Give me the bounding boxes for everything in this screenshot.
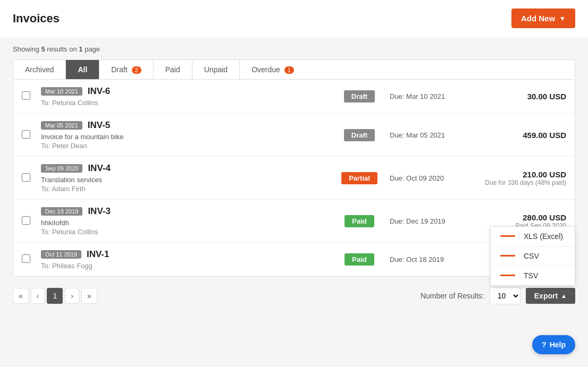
date-badge-inv3: Dec 19 2019 xyxy=(41,207,82,216)
amount-inv4: 210.00 USD xyxy=(481,170,566,179)
tab-unpaid[interactable]: Unpaid xyxy=(192,60,240,79)
tab-overdue[interactable]: Overdue 1 xyxy=(240,60,306,79)
invoice-to-inv5: To: Peter Dean xyxy=(41,142,329,150)
results-select[interactable]: 10 25 50 xyxy=(490,287,520,304)
row-checkbox-inv1[interactable] xyxy=(22,254,30,263)
invoice-to-inv3: To: Petunia Collins xyxy=(41,228,329,236)
due-date-inv3: Due: Dec 19 2019 xyxy=(390,217,475,225)
prev-page-button[interactable]: ‹ xyxy=(31,288,45,304)
results-info: Showing 5 results on 1 page xyxy=(13,45,575,53)
due-date-inv4: Due: Oct 09 2020 xyxy=(390,174,475,182)
tab-all[interactable]: All xyxy=(66,60,99,79)
invoice-number-inv1[interactable]: INV-1 xyxy=(87,249,110,260)
results-label: Number of Results: xyxy=(421,292,484,300)
date-badge-inv4: Sep 09 2020 xyxy=(41,164,82,173)
invoice-to-inv6: To: Petunia Collins xyxy=(41,99,329,107)
due-date-inv5: Due: Mar 05 2021 xyxy=(390,131,475,139)
table-row: Mar 05 2021 INV-5 Invoice for a mountain… xyxy=(13,114,575,157)
due-date-inv6: Due: Mar 10 2021 xyxy=(390,92,475,100)
last-page-button[interactable]: » xyxy=(81,288,97,304)
page-title: Invoices xyxy=(13,12,60,25)
tabs-row: Archived All Draft 2 Paid Unpaid Overdue… xyxy=(13,59,575,80)
date-badge-inv5: Mar 05 2021 xyxy=(41,121,82,130)
csv-arrow-icon xyxy=(500,255,515,257)
export-csv-option[interactable]: CSV xyxy=(491,246,575,266)
status-badge-inv3: Paid xyxy=(345,215,374,227)
row-checkbox-inv4[interactable] xyxy=(22,173,30,182)
add-new-button[interactable]: Add New ▼ xyxy=(511,8,575,28)
invoice-number-inv5[interactable]: INV-5 xyxy=(88,120,111,131)
export-area: Number of Results: 10 25 50 Export ▲ XLS… xyxy=(421,287,575,304)
tab-paid[interactable]: Paid xyxy=(154,60,192,79)
add-new-label: Add New xyxy=(521,14,555,23)
row-checkbox-inv6[interactable] xyxy=(22,91,30,100)
date-badge-inv6: Mar 10 2021 xyxy=(41,87,82,96)
invoice-number-inv4[interactable]: INV-4 xyxy=(88,163,111,174)
first-page-button[interactable]: « xyxy=(13,288,29,304)
tab-draft[interactable]: Draft 2 xyxy=(99,60,153,79)
tsv-label: TSV xyxy=(524,271,538,280)
export-xls-option[interactable]: XLS (Excel) xyxy=(491,227,575,246)
overdue-badge: 1 xyxy=(284,66,294,74)
invoice-to-inv4: To: Adam Firth xyxy=(41,185,329,193)
status-badge-inv5: Draft xyxy=(344,129,375,141)
export-label: Export xyxy=(534,292,558,300)
tsv-arrow-icon xyxy=(500,275,515,276)
invoice-number-inv6[interactable]: INV-6 xyxy=(88,86,111,97)
row-checkbox-inv3[interactable] xyxy=(22,216,30,225)
status-badge-inv4: Partial xyxy=(341,172,377,184)
xls-arrow-icon xyxy=(500,235,515,237)
draft-badge: 2 xyxy=(132,66,141,74)
amount-inv6: 30.00 USD xyxy=(481,92,566,101)
tab-archived[interactable]: Archived xyxy=(13,60,66,79)
next-page-button[interactable]: › xyxy=(65,288,79,304)
amount-sub-inv4: Due for 336 days (48% paid) xyxy=(481,179,566,186)
amount-inv5: 459.00 USD xyxy=(481,131,566,140)
invoice-description-inv3: hhkiIofdh xyxy=(41,219,329,227)
invoice-number-inv3[interactable]: INV-3 xyxy=(88,206,111,217)
table-row: Sep 09 2020 INV-4 Translation services T… xyxy=(13,157,575,200)
date-badge-inv1: Oct 11 2019 xyxy=(41,250,81,259)
table-row: Mar 10 2021 INV-6 To: Petunia Collins Dr… xyxy=(13,80,575,114)
chevron-up-icon: ▲ xyxy=(561,293,567,299)
chevron-down-icon: ▼ xyxy=(559,15,566,22)
invoice-description-inv4: Translation services xyxy=(41,176,329,184)
export-button[interactable]: Export ▲ xyxy=(526,288,575,304)
amount-inv3: 280.00 USD xyxy=(481,213,566,222)
invoice-description-inv5: Invoice for a mountain bike xyxy=(41,133,329,141)
pagination: « ‹ 1 › » xyxy=(13,288,97,304)
due-date-inv1: Due: Oct 18 2019 xyxy=(390,255,475,263)
current-page-button[interactable]: 1 xyxy=(47,288,63,304)
csv-label: CSV xyxy=(524,252,539,260)
status-badge-inv6: Draft xyxy=(344,90,375,103)
export-dropdown: XLS (Excel) CSV TSV xyxy=(490,226,575,286)
row-checkbox-inv5[interactable] xyxy=(22,130,30,139)
xls-label: XLS (Excel) xyxy=(524,232,563,241)
status-badge-inv1: Paid xyxy=(345,253,374,266)
export-tsv-option[interactable]: TSV xyxy=(491,266,575,285)
invoice-to-inv1: To: Phileas Fogg xyxy=(41,262,329,270)
